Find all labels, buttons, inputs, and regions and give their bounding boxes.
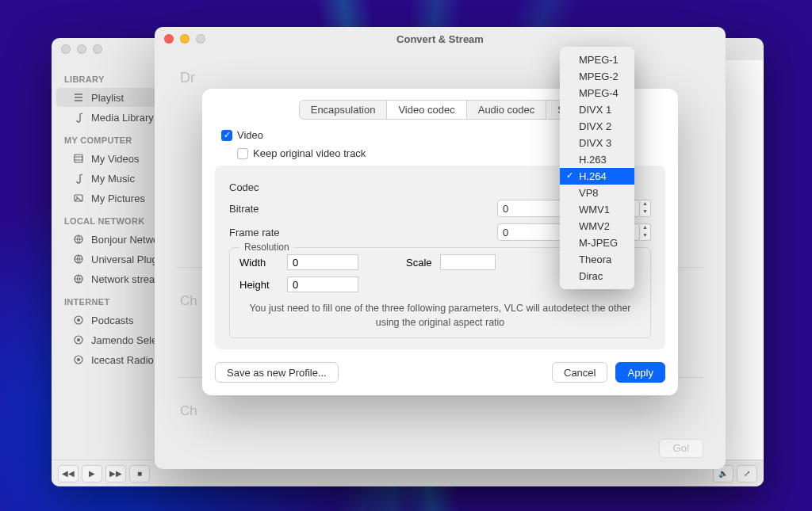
tab-audio-codec[interactable]: Audio codec: [466, 100, 547, 120]
sidebar-item-label: Podcasts: [91, 315, 133, 326]
podcast-icon: [72, 334, 85, 346]
scale-input[interactable]: [440, 254, 496, 270]
codec-dropdown: MPEG-1MPEG-2MPEG-4DIVX 1DIVX 2DIVX 3H.26…: [560, 47, 634, 289]
codec-option-vp8[interactable]: VP8: [560, 185, 634, 201]
codec-option-label: MPEG-2: [579, 71, 619, 82]
apply-button[interactable]: Apply: [615, 362, 665, 383]
bitrate-label: Bitrate: [229, 203, 301, 215]
codec-label: Codec: [229, 181, 301, 193]
codec-option-label: MPEG-1: [579, 54, 619, 66]
codec-option-dirac[interactable]: Dirac: [560, 268, 634, 284]
codec-option-divx-1[interactable]: DIVX 1: [560, 101, 634, 118]
height-label: Height: [239, 279, 279, 291]
cancel-button[interactable]: Cancel: [552, 362, 607, 383]
codec-option-wmv2[interactable]: WMV2: [560, 218, 634, 235]
podcast-icon: [72, 314, 85, 326]
codec-option-label: Dirac: [579, 270, 603, 282]
sidebar-item-label: My Music: [91, 173, 135, 185]
close-icon[interactable]: [164, 34, 174, 44]
keep-original-label: Keep original video track: [253, 147, 366, 159]
codec-option-label: DIVX 1: [579, 104, 611, 116]
height-input[interactable]: [287, 276, 358, 292]
music-note-icon: [72, 111, 85, 124]
next-button[interactable]: ▶▶: [105, 465, 126, 482]
globe-icon: [72, 273, 85, 285]
resolution-label: Resolution: [239, 242, 294, 253]
zoom-icon[interactable]: [196, 34, 205, 44]
picture-icon: [72, 192, 85, 204]
keep-original-checkbox[interactable]: [237, 148, 248, 159]
codec-option-divx-2[interactable]: DIVX 2: [560, 118, 634, 135]
video-checkbox[interactable]: ✓: [221, 130, 232, 141]
scale-label: Scale: [406, 257, 432, 269]
tab-encapsulation[interactable]: Encapsulation: [299, 100, 388, 120]
width-label: Width: [239, 257, 279, 269]
codec-option-label: VP8: [579, 187, 599, 199]
podcast-icon: [72, 353, 85, 366]
codec-option-label: MPEG-4: [579, 87, 619, 99]
sidebar-item-label: My Videos: [91, 153, 139, 165]
fullscreen-button[interactable]: ⤢: [737, 465, 757, 482]
sheet-title: Convert & Stream: [155, 33, 726, 45]
codec-option-divx-3[interactable]: DIVX 3: [560, 135, 634, 151]
sheet-titlebar: Convert & Stream: [155, 27, 726, 51]
stop-button[interactable]: ■: [129, 465, 150, 482]
codec-option-label: M-JPEG: [579, 237, 618, 249]
codec-option-label: WMV1: [579, 204, 610, 215]
sidebar-item-label: Media Library: [91, 112, 154, 124]
codec-option-label: H.264: [579, 170, 607, 182]
codec-option-theora[interactable]: Theora: [560, 251, 634, 268]
svg-rect-0: [75, 154, 82, 162]
choose-destination-heading: Ch: [177, 399, 703, 419]
codec-option-mpeg-4[interactable]: MPEG-4: [560, 85, 634, 101]
width-input[interactable]: [287, 254, 358, 270]
framerate-stepper[interactable]: ▲▼: [640, 223, 651, 241]
video-checkbox-label: Video: [237, 129, 263, 141]
codec-option-label: Theora: [579, 254, 611, 265]
convert-stream-window: Convert & Stream Dr Ch Ch Go! Encapsulat…: [155, 27, 726, 469]
list-icon: [72, 91, 85, 104]
check-icon: ✓: [566, 170, 573, 181]
globe-icon: [72, 253, 85, 265]
framerate-label: Frame rate: [229, 227, 301, 238]
globe-icon: [72, 233, 85, 246]
play-button[interactable]: ▶: [82, 465, 102, 482]
tab-video-codec[interactable]: Video codec: [386, 100, 466, 120]
close-icon[interactable]: [61, 44, 71, 54]
svg-point-9: [77, 338, 80, 341]
codec-option-m-jpeg[interactable]: M-JPEG: [560, 235, 634, 251]
codec-option-label: WMV2: [579, 220, 610, 232]
resolution-hint: You just need to fill one of the three f…: [239, 302, 641, 330]
zoom-icon[interactable]: [93, 44, 102, 54]
save-profile-button[interactable]: Save as new Profile...: [215, 362, 339, 383]
sidebar-item-label: My Pictures: [91, 193, 145, 204]
film-icon: [72, 152, 85, 165]
codec-option-wmv1[interactable]: WMV1: [560, 201, 634, 218]
go-button[interactable]: Go!: [659, 439, 703, 458]
minimize-icon[interactable]: [180, 34, 190, 44]
codec-option-mpeg-2[interactable]: MPEG-2: [560, 68, 634, 85]
codec-option-label: H.263: [579, 154, 607, 166]
codec-option-h-264[interactable]: ✓H.264: [560, 168, 634, 185]
codec-option-mpeg-1[interactable]: MPEG-1: [560, 51, 634, 68]
sidebar-item-label: Playlist: [91, 92, 124, 104]
sidebar-item-label: Icecast Radio: [91, 354, 154, 366]
bitrate-stepper[interactable]: ▲▼: [640, 200, 651, 217]
codec-option-h-263[interactable]: H.263: [560, 151, 634, 168]
sidebar-item-label: Universal Plug: [91, 254, 158, 265]
minimize-icon[interactable]: [77, 44, 86, 54]
prev-button[interactable]: ◀◀: [58, 465, 79, 482]
codec-option-label: DIVX 3: [579, 137, 611, 149]
svg-point-11: [77, 358, 80, 361]
music-note-icon: [72, 172, 85, 185]
codec-option-label: DIVX 2: [579, 120, 611, 132]
svg-point-7: [77, 318, 80, 322]
